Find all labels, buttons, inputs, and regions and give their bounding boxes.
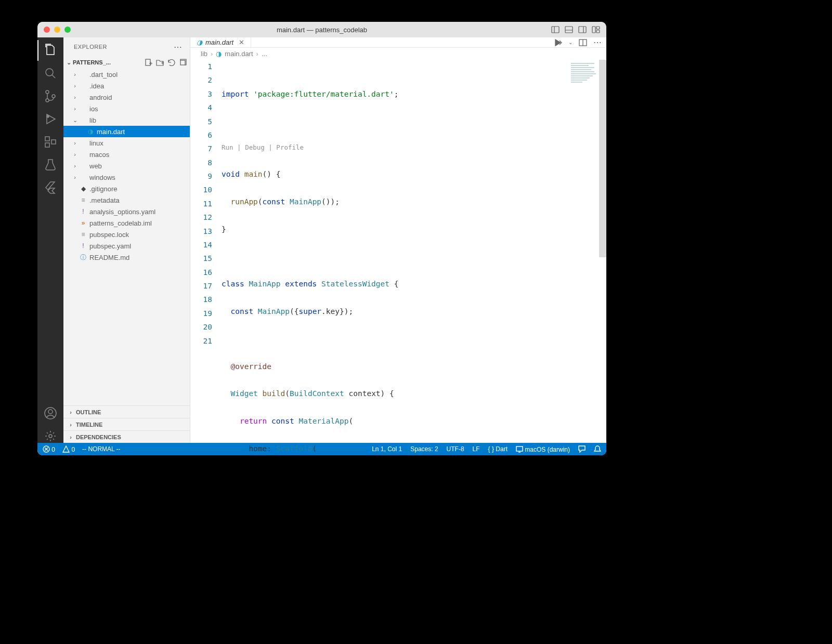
svg-point-12 bbox=[46, 99, 49, 102]
layout-controls bbox=[551, 25, 600, 34]
new-file-icon[interactable] bbox=[144, 58, 152, 67]
tree-item--gitignore[interactable]: ◆.gitignore bbox=[63, 183, 190, 194]
svg-rect-2 bbox=[565, 27, 573, 33]
svg-line-10 bbox=[52, 75, 55, 78]
new-folder-icon[interactable] bbox=[155, 58, 164, 67]
explorer-sidebar: EXPLORER ⋯ ⌄ PATTERNS_... ›.dart_tool›.i… bbox=[63, 37, 190, 443]
tree-item-web[interactable]: ›web bbox=[63, 160, 190, 172]
line-numbers: 123456789101112131415161718192021 bbox=[190, 60, 222, 455]
breadcrumb-lib[interactable]: lib bbox=[201, 50, 207, 58]
file-tree: ›.dart_tool›.idea›android›ios⌄lib◑main.d… bbox=[63, 69, 190, 405]
code-content[interactable]: import 'package:flutter/material.dart'; … bbox=[222, 60, 606, 455]
tree-item-linux[interactable]: ›linux bbox=[63, 137, 190, 149]
vscode-window: main.dart — patterns_codelab EXPLORER bbox=[37, 22, 606, 455]
explorer-icon[interactable] bbox=[44, 44, 57, 57]
svg-point-13 bbox=[52, 95, 55, 98]
tree-item--dart-tool[interactable]: ›.dart_tool bbox=[63, 69, 190, 80]
svg-point-20 bbox=[49, 435, 52, 438]
tree-item-macos[interactable]: ›macos bbox=[63, 149, 190, 160]
tree-item-android[interactable]: ›android bbox=[63, 91, 190, 103]
code-editor[interactable]: 123456789101112131415161718192021 import… bbox=[190, 60, 606, 455]
tree-item--metadata[interactable]: ≡.metadata bbox=[63, 194, 190, 206]
settings-gear-icon[interactable] bbox=[44, 429, 57, 443]
dart-file-icon: ◑ bbox=[216, 50, 222, 58]
tree-item-ios[interactable]: ›ios bbox=[63, 103, 190, 114]
tab-label: main.dart bbox=[205, 38, 233, 46]
svg-rect-6 bbox=[592, 27, 595, 33]
tree-item-analysis-options-yaml[interactable]: !analysis_options.yaml bbox=[63, 206, 190, 217]
accounts-icon[interactable] bbox=[44, 406, 57, 420]
svg-point-9 bbox=[46, 69, 53, 76]
current-line-highlight bbox=[222, 60, 606, 73]
svg-point-19 bbox=[48, 410, 53, 414]
breadcrumb-file[interactable]: main.dart bbox=[225, 50, 253, 58]
collapse-all-icon[interactable] bbox=[178, 58, 187, 67]
editor-more-icon[interactable]: ⋯ bbox=[593, 37, 602, 47]
scrollbar-thumb[interactable] bbox=[599, 60, 606, 257]
project-name: PATTERNS_... bbox=[73, 59, 111, 65]
explorer-more-icon[interactable]: ⋯ bbox=[174, 42, 183, 52]
minimize-icon[interactable] bbox=[54, 27, 60, 33]
activity-bar bbox=[37, 37, 63, 443]
source-control-icon[interactable] bbox=[44, 89, 57, 103]
toggle-panel-icon[interactable] bbox=[565, 25, 573, 34]
tree-item-windows[interactable]: ›windows bbox=[63, 172, 190, 183]
tree-item-readme-md[interactable]: ⓘREADME.md bbox=[63, 252, 190, 263]
svg-rect-4 bbox=[579, 27, 586, 33]
close-icon[interactable] bbox=[44, 27, 50, 33]
refresh-icon[interactable] bbox=[167, 58, 175, 67]
code-lens[interactable]: Run | Debug | Profile bbox=[222, 142, 606, 154]
project-header[interactable]: ⌄ PATTERNS_... bbox=[63, 56, 190, 69]
svg-rect-16 bbox=[45, 143, 49, 147]
timeline-section[interactable]: ›TIMELINE bbox=[63, 418, 190, 430]
svg-rect-7 bbox=[596, 27, 600, 29]
dart-file-icon: ◑ bbox=[197, 38, 202, 46]
tab-close-icon[interactable]: ✕ bbox=[239, 38, 244, 46]
window-title: main.dart — patterns_codelab bbox=[277, 26, 367, 34]
breadcrumb[interactable]: lib › ◑ main.dart › ... bbox=[190, 48, 606, 60]
flutter-icon[interactable] bbox=[44, 181, 57, 194]
tree-item-main-dart[interactable]: ◑main.dart bbox=[63, 126, 190, 137]
warnings-count[interactable]: 0 bbox=[62, 445, 75, 453]
split-editor-icon[interactable] bbox=[579, 38, 587, 47]
extensions-icon[interactable] bbox=[44, 135, 57, 149]
run-debug-icon[interactable] bbox=[44, 112, 57, 126]
tab-bar: ◑ main.dart ✕ ⌄ ⋯ bbox=[190, 37, 606, 48]
customize-layout-icon[interactable] bbox=[592, 25, 600, 34]
svg-rect-26 bbox=[180, 60, 185, 65]
tree-item-patterns-codelab-iml[interactable]: »patterns_codelab.iml bbox=[63, 217, 190, 229]
tab-main-dart[interactable]: ◑ main.dart ✕ bbox=[190, 37, 251, 47]
minimap[interactable] bbox=[571, 62, 600, 85]
tree-item--idea[interactable]: ›.idea bbox=[63, 80, 190, 91]
run-icon[interactable] bbox=[554, 38, 562, 47]
tree-item-lib[interactable]: ⌄lib bbox=[63, 114, 190, 126]
explorer-label: EXPLORER bbox=[74, 44, 107, 50]
toggle-primary-sidebar-icon[interactable] bbox=[551, 25, 560, 34]
search-icon[interactable] bbox=[44, 67, 57, 80]
active-indicator bbox=[37, 40, 38, 61]
testing-icon[interactable] bbox=[44, 158, 57, 172]
svg-rect-0 bbox=[552, 27, 559, 33]
window-controls bbox=[44, 27, 71, 33]
maximize-icon[interactable] bbox=[64, 27, 71, 33]
outline-section[interactable]: ›OUTLINE bbox=[63, 405, 190, 418]
svg-rect-17 bbox=[51, 140, 56, 144]
errors-count[interactable]: 0 bbox=[43, 445, 55, 453]
toggle-secondary-sidebar-icon[interactable] bbox=[578, 25, 587, 34]
svg-rect-21 bbox=[146, 59, 150, 65]
breadcrumb-more[interactable]: ... bbox=[262, 50, 267, 58]
svg-point-14 bbox=[47, 115, 49, 117]
tree-item-pubspec-yaml[interactable]: !pubspec.yaml bbox=[63, 240, 190, 252]
svg-rect-15 bbox=[45, 137, 49, 141]
svg-point-11 bbox=[46, 90, 49, 94]
svg-rect-8 bbox=[596, 30, 600, 33]
tree-item-pubspec-lock[interactable]: ≡pubspec.lock bbox=[63, 229, 190, 240]
titlebar: main.dart — patterns_codelab bbox=[37, 22, 606, 37]
dropdown-icon[interactable]: ⌄ bbox=[568, 40, 573, 45]
editor-group: ◑ main.dart ✕ ⌄ ⋯ lib › ◑ main.dart › ..… bbox=[190, 37, 606, 443]
sidebar-title: EXPLORER ⋯ bbox=[63, 37, 190, 56]
dependencies-section[interactable]: ›DEPENDENCIES bbox=[63, 430, 190, 443]
vim-mode: -- NORMAL -- bbox=[82, 445, 121, 453]
